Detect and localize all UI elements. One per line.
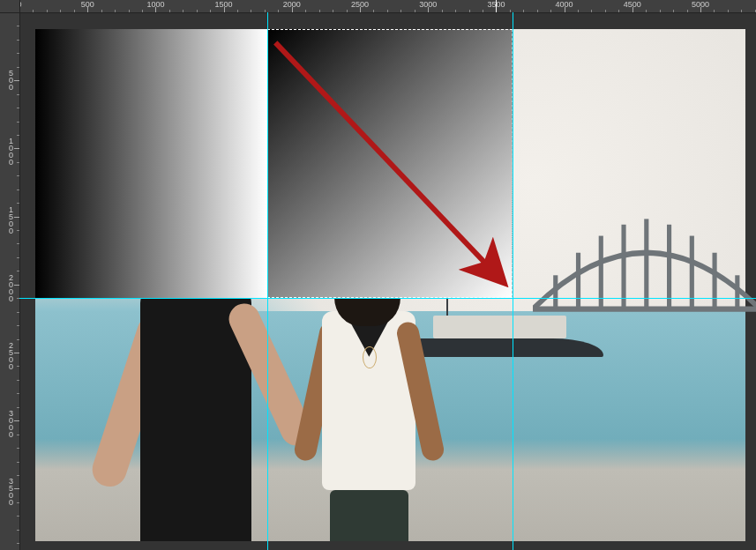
ruler-h-label: 2000 [283, 0, 301, 9]
ruler-v-label: 1 5 0 0 [9, 206, 13, 234]
ruler-h-label: 500 [81, 0, 94, 9]
ruler-cursor-marker [496, 0, 497, 12]
photo-person-left [107, 286, 277, 542]
ruler-v-label: 3 5 0 0 [9, 478, 13, 506]
guide-horizontal[interactable] [19, 298, 756, 299]
ruler-horizontal[interactable]: 0500100015002000250030003500400045005000 [19, 0, 756, 13]
ruler-h-label: 4500 [624, 0, 641, 9]
ruler-h-label: 3000 [419, 0, 437, 9]
ruler-v-label: 5 0 0 [9, 70, 13, 91]
ruler-v-label: 2 5 0 0 [9, 342, 13, 370]
ruler-h-label: 1000 [146, 0, 164, 9]
ruler-h-label: 4000 [556, 0, 573, 9]
work-area[interactable] [19, 12, 756, 550]
photo-bridge [533, 213, 757, 326]
gradient-layer-b[interactable] [267, 29, 513, 298]
ruler-h-label: 2500 [351, 0, 369, 9]
photo-person-right [291, 286, 447, 542]
guide-vertical[interactable] [513, 12, 513, 550]
ruler-h-label: 1500 [215, 0, 233, 9]
ruler-vertical[interactable]: 05 0 01 0 0 01 5 0 02 0 0 02 5 0 03 0 0 … [0, 12, 20, 550]
ruler-origin-corner[interactable] [0, 0, 20, 13]
ruler-v-label: 2 0 0 0 [9, 274, 13, 302]
document-canvas[interactable] [35, 29, 745, 541]
ruler-v-label: 3 0 0 0 [9, 410, 13, 438]
gradient-layer-a[interactable] [35, 29, 267, 298]
ruler-v-label: 1 0 0 0 [9, 138, 13, 166]
guide-vertical[interactable] [267, 12, 268, 550]
ruler-h-label: 5000 [692, 0, 709, 9]
